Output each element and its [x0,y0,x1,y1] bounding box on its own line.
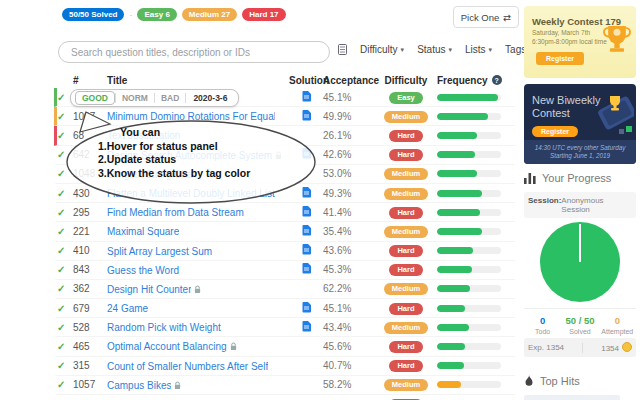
table-row[interactable]: ✓ 295 Find Median from Data Stream 41.4%… [54,203,515,222]
table-row[interactable]: ✓ 362 Design Hit Counter 62.2% Medium [54,280,515,299]
difficulty-badge: Medium [384,168,428,180]
difficulty-badge: Hard [389,207,422,219]
table-row[interactable]: ✓ 679 24 Game 45.1% Hard [54,299,515,318]
frequency-bar [437,343,501,350]
problem-title-link[interactable]: Random Pick with Weight [107,322,221,333]
problem-title-link[interactable]: Design Hit Counter [107,284,191,295]
difficulty-badge: Hard [389,360,422,372]
attempted-value: 0 [599,315,636,326]
table-row[interactable]: ✓ 410 Split Array Largest Sum 43.6% Hard [54,242,515,261]
weekly-contest-card[interactable]: Weekly Contest 179 Saturday, March 7th 6… [524,6,636,78]
header-difficulty[interactable]: Difficulty [375,75,437,86]
solution-icon[interactable] [302,321,311,332]
session-select[interactable]: Anonymous Session [561,196,632,214]
header-frequency[interactable]: Frequency [437,75,488,86]
difficulty-filter[interactable]: Difficulty ▾ [360,44,404,55]
problem-title-link[interactable]: Campus Bikes [107,380,171,391]
status-date: 2020-3-6 [186,92,234,104]
status-option-norm[interactable]: NORM [116,92,154,104]
stat-todo[interactable]: 0 Todo [524,315,561,335]
check-icon: ✓ [57,92,65,103]
list-view-button[interactable] [338,44,347,55]
header-solution[interactable]: Solution [289,75,323,86]
problem-number: 221 [73,226,107,237]
solved-badge: 50/50 Solved [62,8,124,21]
check-icon: ✓ [57,245,65,256]
problem-title-link[interactable]: Optimal Account Balancing [107,341,227,352]
difficulty-badge: Hard [389,341,422,353]
status-option-good[interactable]: GOOD [75,91,115,105]
question-circle-icon[interactable]: ? [492,75,502,85]
table-row[interactable]: ✓ 1057 Campus Bikes 58.2% Medium [54,376,515,395]
table-row[interactable]: ✓ 528 Random Pick with Weight 43.4% Medi… [54,318,515,337]
problem-title-link[interactable]: Maximal Square [107,226,179,237]
solution-icon[interactable] [302,91,311,102]
session-label: Session: [528,196,561,214]
solution-icon[interactable] [302,302,311,313]
check-icon: ✓ [57,341,65,352]
problem-title-link[interactable]: Count of Smaller Numbers After Self [107,361,268,372]
dot-separator: · [129,10,132,20]
frequency-bar [437,151,501,158]
frequency-bar [437,285,501,292]
table-row[interactable]: ✓ 843 Guess the Word 45.3% Hard [54,261,515,280]
frequency-bar-fill [437,343,465,350]
problem-number: 410 [73,245,107,256]
acceptance-value: 42.6% [323,149,375,160]
problem-title-link[interactable]: Guess the Word [107,265,179,276]
lock-icon [230,342,237,351]
frequency-bar-fill [437,170,477,177]
acceptance-value: 43.4% [323,322,375,333]
acceptance-value: 45.6% [323,341,375,352]
header-title[interactable]: Title [107,75,289,86]
solution-icon[interactable] [302,225,311,236]
table-row[interactable]: ✓ 465 Optimal Account Balancing 45.6% Ha… [54,337,515,356]
stat-attempted[interactable]: 0 Attempted [599,315,636,335]
tooltip-line: You can [120,126,250,140]
solved-pie-chart [540,222,620,302]
frequency-bar [437,266,501,273]
header-acceptance[interactable]: Acceptance [323,75,375,86]
difficulty-badge: Easy [389,92,423,104]
solution-icon[interactable] [302,206,311,217]
acceptance-value: 35.4% [323,226,375,237]
your-progress-title: Your Progress [542,172,611,184]
problem-title-link[interactable]: Split Array Largest Sum [107,246,212,257]
difficulty-badge: Hard [389,130,422,142]
coins-value: 1354 [601,342,632,353]
solved-label: Solved [561,328,598,335]
check-icon: ✓ [57,226,65,237]
check-icon: ✓ [57,283,65,294]
frequency-bar [437,190,501,197]
your-progress-header: Your Progress [524,172,611,184]
problem-title-link[interactable]: Find Median from Data Stream [107,207,244,218]
header-number[interactable]: # [73,75,107,86]
weekly-register-button[interactable]: Register [536,52,584,65]
solution-icon[interactable] [302,244,311,255]
difficulty-badge: Hard [389,303,422,315]
solution-icon[interactable] [302,263,311,274]
table-row[interactable]: ✓ 1153 String Transforms Into Another St… [54,395,515,400]
problem-title-link[interactable]: 24 Game [107,303,148,314]
lock-icon [174,381,181,390]
biweekly-register-button[interactable]: Register [532,126,578,137]
stat-solved[interactable]: 50 / 50 Solved [561,315,598,335]
todo-label: Todo [524,328,561,335]
lists-filter[interactable]: Lists ▾ [465,44,492,55]
difficulty-badge: Medium [384,111,428,123]
frequency-bar [437,170,501,177]
acceptance-value: 45.1% [323,92,375,103]
table-row[interactable]: ✓ 221 Maximal Square 35.4% Medium [54,222,515,241]
problem-number: 362 [73,283,107,294]
status-filter[interactable]: Status ▾ [417,44,452,55]
frequency-bar-fill [437,228,482,235]
status-option-bad[interactable]: BAD [155,92,185,104]
biweekly-contest-card[interactable]: New Biweekly Contest Register 14:30 UTC … [524,84,636,164]
problem-number: 843 [73,264,107,275]
filter-bar: Difficulty ▾ Status ▾ Lists ▾ Tags ▾ [338,44,516,55]
search-input[interactable] [58,41,330,63]
frequency-bar-fill [437,324,469,331]
frequency-bar [437,362,501,369]
pick-one-button[interactable]: Pick One ⇄ [453,6,519,28]
table-row[interactable]: ✓ 315 Count of Smaller Numbers After Sel… [54,357,515,376]
